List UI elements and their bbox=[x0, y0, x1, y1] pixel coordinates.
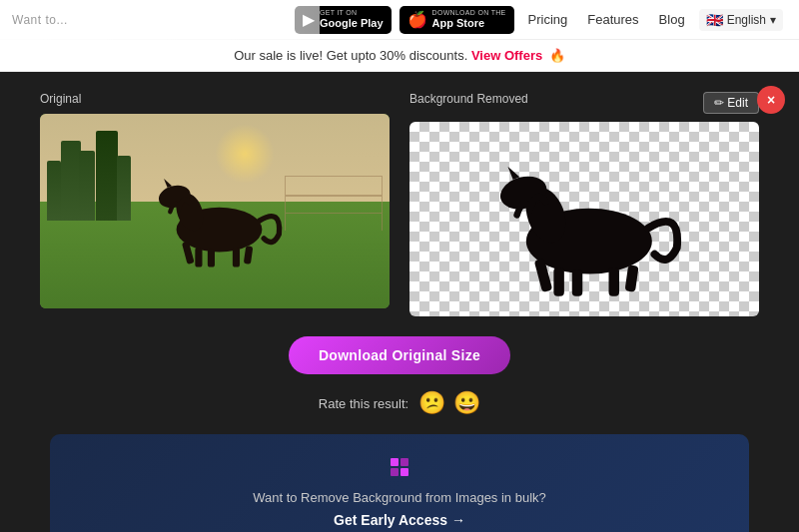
view-offers-link[interactable]: View Offers bbox=[471, 48, 542, 63]
features-link[interactable]: Features bbox=[581, 12, 644, 27]
horse-original-svg bbox=[110, 163, 320, 269]
app-store-name: App Store bbox=[432, 17, 506, 30]
original-panel: Original bbox=[40, 92, 390, 316]
blog-link[interactable]: Blog bbox=[653, 12, 691, 27]
chevron-down-icon: ▾ bbox=[770, 13, 776, 27]
download-section: Download Original Size bbox=[40, 336, 759, 374]
bulk-cta-section: Want to Remove Background from Images in… bbox=[50, 434, 749, 532]
svg-rect-4 bbox=[195, 248, 202, 267]
bulk-cta-text: Want to Remove Background from Images in… bbox=[70, 490, 729, 505]
svg-marker-3 bbox=[164, 179, 172, 188]
sale-banner: Our sale is live! Get upto 30% discounts… bbox=[0, 40, 799, 72]
svg-marker-12 bbox=[507, 166, 519, 179]
lang-label: English bbox=[727, 13, 766, 27]
grid-cell-3 bbox=[391, 468, 399, 476]
svg-rect-15 bbox=[609, 266, 620, 295]
edit-button[interactable]: ✏ Edit bbox=[703, 92, 759, 114]
top-nav: Want to... ▶ GET IT ON Google Play 🍎 Dow… bbox=[0, 0, 799, 40]
svg-rect-5 bbox=[208, 249, 215, 266]
close-button[interactable]: × bbox=[757, 86, 785, 114]
pricing-link[interactable]: Pricing bbox=[522, 12, 574, 27]
bulk-icon-wrapper bbox=[70, 452, 729, 484]
banner-text: Our sale is live! Get upto 30% discounts… bbox=[234, 48, 467, 63]
removed-label: Background Removed bbox=[409, 92, 528, 106]
thumbs-down-emoji[interactable]: 😕 bbox=[418, 390, 445, 416]
grid-cell-1 bbox=[391, 458, 399, 466]
svg-rect-7 bbox=[244, 246, 254, 265]
thumbs-up-emoji[interactable]: 😀 bbox=[453, 390, 480, 416]
grid-cell-2 bbox=[400, 458, 408, 466]
original-label: Original bbox=[40, 92, 390, 106]
original-image bbox=[40, 114, 390, 308]
removed-image bbox=[409, 122, 759, 316]
app-store-button[interactable]: 🍎 Download on the App Store bbox=[400, 6, 514, 34]
rating-section: Rate this result: 😕 😀 bbox=[40, 390, 759, 416]
svg-rect-6 bbox=[233, 248, 240, 267]
flag-icon: 🇬🇧 bbox=[706, 12, 723, 28]
svg-rect-13 bbox=[553, 266, 564, 295]
svg-rect-16 bbox=[625, 265, 639, 291]
image-comparison: Original bbox=[40, 92, 759, 316]
main-content: × Original bbox=[0, 72, 799, 532]
horse-removed-svg bbox=[451, 142, 714, 301]
grid-icon bbox=[391, 458, 408, 476]
download-button[interactable]: Download Original Size bbox=[289, 336, 510, 374]
nav-blurred-text: Want to... bbox=[12, 13, 68, 27]
original-image-box bbox=[40, 114, 390, 308]
svg-rect-14 bbox=[572, 269, 583, 295]
removed-panel: Background Removed ✏ Edit bbox=[409, 92, 759, 316]
grid-cell-4 bbox=[400, 468, 408, 476]
apple-icon: 🍎 bbox=[407, 10, 427, 29]
fire-icon: 🔥 bbox=[549, 48, 565, 63]
removed-label-row: Background Removed ✏ Edit bbox=[409, 92, 759, 114]
nav-left-blur: Want to... bbox=[0, 0, 320, 40]
language-selector[interactable]: 🇬🇧 English ▾ bbox=[699, 9, 783, 31]
early-access-link[interactable]: Get Early Access → bbox=[334, 512, 465, 528]
removed-image-box bbox=[409, 122, 759, 316]
app-store-sub: Download on the bbox=[432, 9, 506, 17]
google-play-name: Google Play bbox=[320, 17, 384, 30]
google-play-sub: GET IT ON bbox=[320, 9, 384, 17]
rating-label: Rate this result: bbox=[319, 396, 408, 411]
rating-emojis: 😕 😀 bbox=[418, 390, 480, 416]
